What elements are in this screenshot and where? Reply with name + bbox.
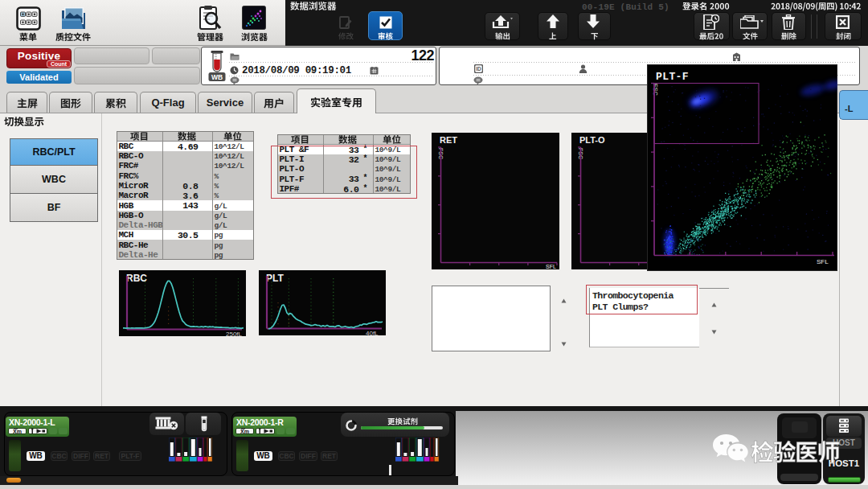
svg-text:FSC: FSC: [652, 84, 659, 97]
svg-text:SFL: SFL: [546, 264, 556, 269]
svg-text:Xm: Xm: [13, 429, 22, 434]
svg-text:WB: WB: [211, 73, 223, 81]
svg-text:250fL: 250fL: [226, 331, 243, 336]
svg-text:RBC: RBC: [126, 273, 147, 284]
svg-text:SFL: SFL: [817, 258, 829, 265]
svg-text:ID: ID: [476, 66, 481, 72]
svg-text:Xm: Xm: [240, 429, 249, 434]
svg-text:RET: RET: [440, 135, 457, 145]
svg-text:PLT: PLT: [266, 273, 284, 284]
svg-text:40fL: 40fL: [366, 330, 379, 335]
svg-text:PLT-O: PLT-O: [579, 135, 605, 145]
svg-text:PLT-F: PLT-F: [656, 71, 689, 83]
